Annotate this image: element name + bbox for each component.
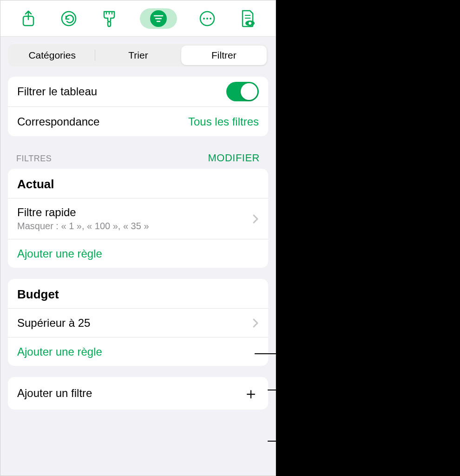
tab-sort[interactable]: Trier [95,46,181,65]
filter-group-budget: Budget Supérieur à 25 Ajouter une règle [8,279,268,366]
share-icon[interactable] [18,8,39,29]
undo-icon[interactable] [59,8,79,29]
filter-panel: Catégories Trier Filtrer Filtrer le tabl… [0,0,276,476]
add-filter-label: Ajouter un filtre [17,387,92,400]
svg-point-6 [203,18,205,20]
rule-subtitle: Masquer : « 1 », « 100 », « 35 » [17,221,149,231]
match-label: Correspondance [17,115,99,128]
match-row[interactable]: Correspondance Tous les filtres [8,106,268,136]
toolbar [0,0,276,37]
match-value: Tous les filtres [188,115,259,128]
add-filter-button[interactable]: Ajouter un filtre ＋ [8,377,268,410]
chevron-right-icon [252,318,259,328]
filter-toolbar-button[interactable] [140,8,177,29]
add-rule-label: Ajouter une règle [17,345,102,358]
preview-icon[interactable] [237,8,258,29]
format-brush-icon[interactable] [99,8,119,29]
toggle-knob [241,83,257,100]
filter-content: Catégories Trier Filtrer Filtrer le tabl… [0,37,276,421]
svg-point-7 [206,18,208,20]
segmented-control: Catégories Trier Filtrer [8,44,268,66]
group-title: Budget [8,279,268,308]
filter-table-toggle[interactable] [226,82,259,101]
filter-table-row: Filtrer le tableau [8,77,268,106]
rule-item[interactable]: Filtre rapide Masquer : « 1 », « 100 », … [8,198,268,239]
add-rule-button[interactable]: Ajouter une règle [8,337,268,366]
tab-categories[interactable]: Catégories [9,46,95,65]
filters-title: FILTRES [16,154,52,164]
group-title: Actual [8,169,268,198]
filter-group-actual: Actual Filtre rapide Masquer : « 1 », « … [8,169,268,268]
add-rule-label: Ajouter une règle [17,247,102,260]
filter-table-label: Filtrer le tableau [17,85,97,98]
add-rule-button[interactable]: Ajouter une règle [8,239,268,268]
modify-button[interactable]: MODIFIER [208,152,260,164]
more-icon[interactable] [197,8,217,29]
rule-item[interactable]: Supérieur à 25 [8,308,268,337]
tab-filter[interactable]: Filtrer [181,46,267,65]
filter-options-card: Filtrer le tableau Correspondance Tous l… [8,77,268,136]
rule-title: Filtre rapide [17,206,149,219]
filters-section-header: FILTRES MODIFIER [8,136,268,169]
svg-point-8 [210,18,211,20]
chevron-right-icon [252,214,259,224]
plus-icon: ＋ [243,385,259,401]
svg-point-12 [249,22,251,25]
rule-title: Supérieur à 25 [17,317,90,330]
